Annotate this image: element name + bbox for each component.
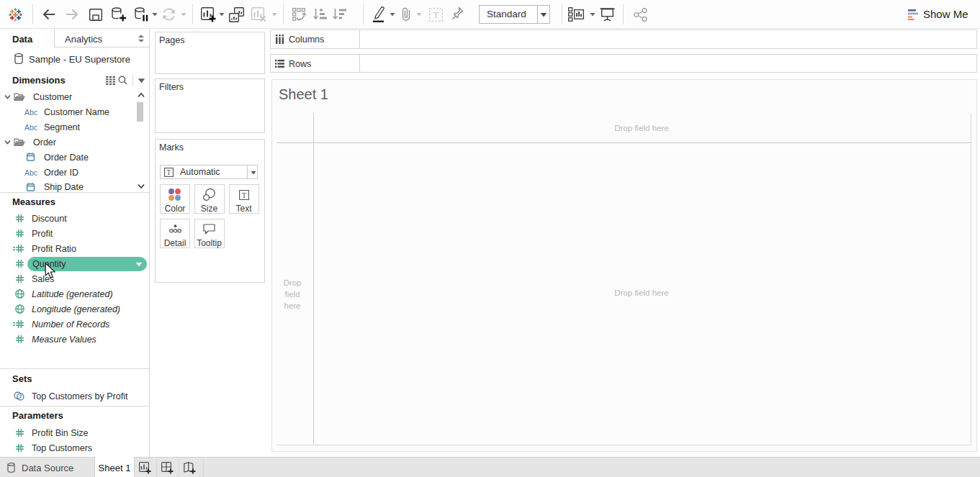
svg-text:T: T [242, 191, 247, 199]
svg-text:T: T [433, 10, 439, 20]
svg-text:T: T [167, 169, 171, 176]
